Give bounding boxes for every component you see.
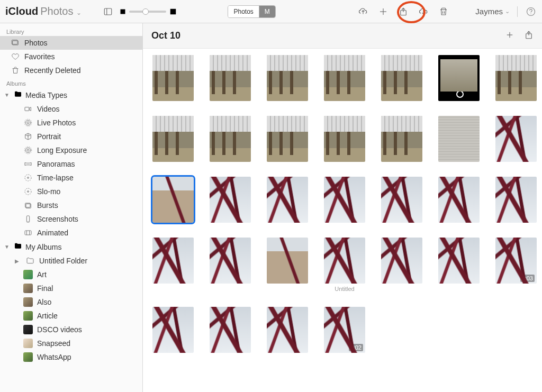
sidebar-item-album[interactable]: Snapseed [0, 336, 142, 350]
photo-cell [324, 55, 365, 101]
sidebar-item-media-type[interactable]: Slo-mo [0, 185, 142, 198]
brand-dropdown[interactable]: iCloud Photos ⌄ [5, 5, 82, 17]
sidebar-item-label: Recently Deleted [24, 66, 81, 75]
sidebar-item-media-type[interactable]: Long Exposure [0, 143, 142, 157]
upload-button[interactable] [357, 4, 369, 19]
photo-thumb[interactable] [381, 55, 422, 101]
photo-thumb[interactable]: 0:02 [324, 307, 365, 353]
photo-thumb[interactable] [152, 307, 194, 353]
sidebar-item-photos[interactable]: Photos [0, 36, 142, 50]
photo-thumb[interactable]: 0:03 [495, 238, 537, 284]
photo-thumb[interactable] [324, 116, 365, 162]
album-thumb-icon [23, 270, 33, 279]
photo-cell [324, 116, 365, 162]
sidebar-item-label: Final [37, 284, 53, 293]
sidebar-item-album[interactable]: WhatsApp [0, 350, 142, 364]
sidebar-item-album[interactable]: Final [0, 281, 142, 295]
sidebar-item-label: WhatsApp [37, 353, 71, 361]
photo-thumb[interactable] [152, 116, 194, 162]
photo-thumb[interactable] [152, 177, 194, 223]
photo-thumb[interactable] [495, 55, 537, 101]
zoom-track[interactable] [129, 11, 166, 13]
disclosure-triangle-icon[interactable]: ▼ [4, 92, 11, 98]
photo-caption: Untitled [335, 286, 354, 292]
film-icon [23, 228, 33, 238]
header-share-button[interactable] [524, 30, 534, 41]
sidebar-group-my-albums[interactable]: ▼ My Albums [0, 240, 142, 254]
svg-point-16 [25, 120, 30, 125]
add-button[interactable] [377, 4, 390, 19]
photo-thumb[interactable] [381, 116, 422, 162]
photo-thumb[interactable] [438, 55, 480, 101]
zoom-out-icon [120, 8, 126, 15]
photo-grid-scroll[interactable]: ♡Untitled♡0:030:02 [143, 49, 542, 392]
sidebar-item-album[interactable]: DSCO videos [0, 323, 142, 336]
photo-thumb[interactable] [210, 55, 251, 101]
photo-thumb[interactable] [381, 238, 422, 284]
view-tab-moments[interactable]: M [259, 6, 275, 17]
photo-thumb[interactable] [438, 177, 480, 223]
sidebar-item-label: Live Photos [37, 118, 76, 127]
svg-point-23 [25, 188, 31, 195]
photo-thumb[interactable] [267, 238, 308, 284]
photo-thumb[interactable] [267, 177, 308, 223]
pano-icon [23, 159, 33, 169]
sidebar-item-media-type[interactable]: Panoramas [0, 157, 142, 171]
photo-thumb[interactable] [152, 238, 194, 284]
sidebar-item-recently-deleted[interactable]: Recently Deleted [0, 63, 142, 77]
video-icon [23, 104, 33, 114]
photo-thumb[interactable] [267, 116, 308, 162]
sidebar-item-album[interactable]: Article [0, 309, 142, 323]
sidebar-group-media-types[interactable]: ▼ Media Types [0, 88, 142, 102]
photo-thumb[interactable] [267, 55, 308, 101]
photo-thumb[interactable] [210, 307, 251, 353]
photo-thumb[interactable] [267, 307, 308, 353]
photo-thumb[interactable] [210, 177, 251, 223]
sidebar-item-media-type[interactable]: Screenshots [0, 212, 142, 226]
sidebar-item-media-type[interactable]: Videos [0, 102, 142, 116]
sidebar-item-media-type[interactable]: Animated [0, 226, 142, 240]
album-thumb-icon [23, 325, 33, 334]
photo-thumb[interactable] [381, 177, 422, 223]
sidebar-toggle-button[interactable] [101, 4, 115, 19]
view-tab-photos[interactable]: Photos [228, 6, 258, 17]
sidebar-item-media-type[interactable]: Time-lapse [0, 171, 142, 185]
photo-thumb[interactable] [495, 116, 537, 162]
photo-thumb[interactable]: ♡ [324, 238, 365, 284]
photo-thumb[interactable] [152, 55, 194, 101]
sidebar-item-untitled-folder[interactable]: ▶ Untitled Folder [0, 254, 142, 268]
photo-cell [210, 55, 251, 101]
download-button[interactable] [417, 4, 430, 19]
user-menu[interactable]: Jaymes ⌄ [475, 7, 510, 16]
header-add-button[interactable] [505, 30, 514, 41]
help-button[interactable] [525, 6, 537, 17]
photo-thumb[interactable] [495, 177, 537, 223]
sidebar-item-label: Screenshots [37, 215, 78, 223]
zoom-in-icon [169, 8, 177, 15]
photo-thumb[interactable] [210, 238, 251, 284]
zoom-slider[interactable] [120, 8, 177, 15]
sidebar-item-label: Animated [37, 229, 68, 237]
photo-thumb[interactable]: ♡ [438, 238, 480, 284]
sidebar-item-album[interactable]: Also [0, 295, 142, 309]
view-segmented-control[interactable]: Photos M [228, 5, 275, 18]
sidebar-item-label: Snapseed [37, 339, 70, 348]
sidebar-item-media-type[interactable]: Portrait [0, 130, 142, 143]
chevron-down-icon: ⌄ [505, 8, 510, 15]
delete-button[interactable] [437, 4, 450, 19]
disclosure-triangle-icon[interactable]: ▼ [4, 244, 11, 250]
photo-thumb[interactable] [438, 116, 480, 162]
disclosure-triangle-icon[interactable]: ▶ [15, 258, 21, 264]
photo-thumb[interactable] [324, 177, 365, 223]
svg-point-4 [173, 11, 175, 13]
sidebar-item-album[interactable]: Art [0, 268, 142, 281]
share-button[interactable] [397, 4, 410, 19]
zoom-knob[interactable] [142, 8, 149, 15]
sidebar-item-favorites[interactable]: Favorites [0, 50, 142, 63]
sidebar-item-media-type[interactable]: Bursts [0, 198, 142, 212]
svg-point-21 [25, 175, 31, 181]
photo-thumb[interactable] [210, 116, 251, 162]
sidebar-item-media-type[interactable]: Live Photos [0, 116, 142, 130]
svg-point-18 [27, 149, 29, 151]
photo-thumb[interactable] [324, 55, 365, 101]
